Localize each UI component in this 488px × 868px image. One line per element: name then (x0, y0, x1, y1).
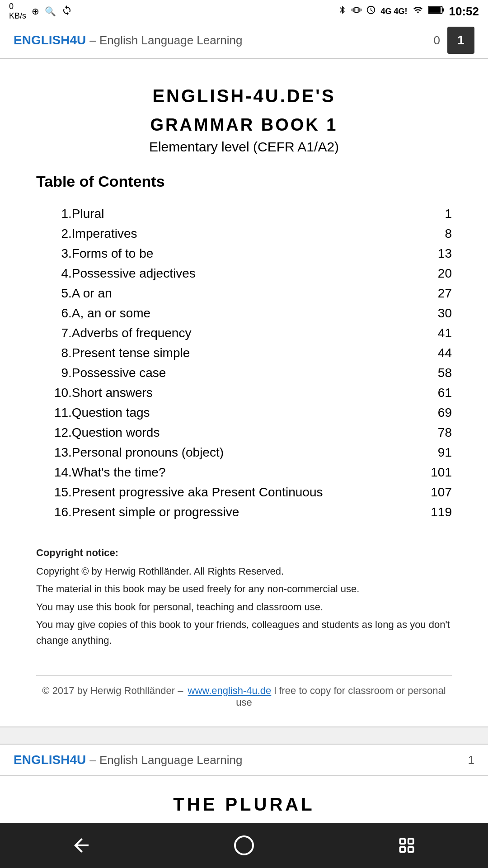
toc-item-title: Possessive case (72, 363, 404, 383)
copyright-lines: Copyright © by Herwig Rothlländer. All R… (36, 563, 452, 648)
toc-item-num: 2. (36, 224, 72, 244)
page1-content: ENGLISH-4U.DE'S GRAMMAR BOOK 1 Elementar… (0, 59, 488, 726)
status-right: 4G 4G! 10:52 (338, 4, 479, 19)
svg-point-3 (235, 836, 253, 854)
back-button[interactable] (63, 827, 99, 863)
home-button[interactable] (226, 827, 262, 863)
data-speed: 0KB/s (9, 2, 26, 21)
svg-rect-4 (400, 839, 405, 844)
toc-item-title: Forms of to be (72, 244, 404, 264)
nav2-brand: ENGLISH4U (14, 753, 86, 767)
status-bar: 0KB/s ⊕ 🔍 4G 4G! 10:52 (0, 0, 488, 23)
toc-row: 15. Present progressive aka Present Cont… (36, 482, 452, 502)
toc-item-title: Present progressive aka Present Continuo… (72, 482, 404, 502)
vibrate-icon (352, 4, 361, 19)
toc-item-num: 14. (36, 462, 72, 482)
toc-row: 9. Possessive case 58 (36, 363, 452, 383)
nav-page-count: 0 (434, 33, 440, 47)
nav2-brand-section: ENGLISH4U– English Language Learning (14, 753, 243, 767)
network-icon: 4G 4G! (380, 7, 407, 16)
toc-item-num: 13. (36, 443, 72, 462)
page-footer: © 2017 by Herwig Rothlländer – www.engli… (36, 675, 452, 708)
toc-item-title: Short answers (72, 383, 404, 403)
toc-item-page: 44 (404, 343, 452, 363)
recent-apps-button[interactable] (389, 827, 425, 863)
copyright-line: Copyright © by Herwig Rothlländer. All R… (36, 563, 452, 579)
toc-item-page: 30 (404, 303, 452, 323)
toc-item-num: 9. (36, 363, 72, 383)
page-divider (0, 726, 488, 745)
toc-item-num: 4. (36, 264, 72, 283)
toc-item-num: 5. (36, 283, 72, 303)
toc-item-title: Question tags (72, 403, 404, 423)
copyright-line: You may give copies of this book to your… (36, 617, 452, 648)
svg-rect-1 (442, 8, 444, 11)
toc-row: 1. Plural 1 (36, 204, 452, 224)
svg-rect-2 (429, 7, 440, 13)
toc-item-page: 41 (404, 323, 452, 343)
nav-bar-page2: ENGLISH4U– English Language Learning 1 (0, 745, 488, 776)
status-left: 0KB/s ⊕ 🔍 (9, 2, 72, 21)
toc-item-num: 12. (36, 423, 72, 443)
toc-item-title: Present simple or progressive (72, 502, 404, 522)
toc-row: 3. Forms of to be 13 (36, 244, 452, 264)
toc-row: 5. A or an 27 (36, 283, 452, 303)
toc-row: 12. Question words 78 (36, 423, 452, 443)
bluetooth-icon (338, 4, 347, 19)
copyright-section: Copyright notice: Copyright © by Herwig … (36, 545, 452, 648)
toc-row: 10. Short answers 61 (36, 383, 452, 403)
toc-table: 1. Plural 1 2. Imperatives 8 3. Forms of… (36, 204, 452, 522)
toc-item-page: 101 (404, 462, 452, 482)
nav-bar-page1: ENGLISH4U– English Language Learning 0 1 (0, 23, 488, 59)
toc-item-num: 16. (36, 502, 72, 522)
toc-item-title: A or an (72, 283, 404, 303)
toc-row: 6. A, an or some 30 (36, 303, 452, 323)
toc-item-page: 13 (404, 244, 452, 264)
nav-brand: ENGLISH4U (14, 33, 86, 47)
toc-item-num: 1. (36, 204, 72, 224)
toc-item-num: 8. (36, 343, 72, 363)
bottom-bar (0, 823, 488, 868)
toc-item-num: 11. (36, 403, 72, 423)
toc-row: 7. Adverbs of frequency 41 (36, 323, 452, 343)
toc-item-title: What's the time? (72, 462, 404, 482)
toc-heading: Table of Contents (36, 173, 452, 190)
nav2-page: 1 (468, 753, 474, 767)
battery-icon (428, 5, 445, 18)
toc-row: 11. Question tags 69 (36, 403, 452, 423)
toc-item-page: 91 (404, 443, 452, 462)
toc-row: 16. Present simple or progressive 119 (36, 502, 452, 522)
copyright-heading: Copyright notice: (36, 545, 452, 561)
toc-item-title: Present tense simple (72, 343, 404, 363)
toc-item-title: Imperatives (72, 224, 404, 244)
toc-item-title: Question words (72, 423, 404, 443)
toc-item-page: 1 (404, 204, 452, 224)
book-level: Elementary level (CEFR A1/A2) (36, 139, 452, 155)
book-subtitle: GRAMMAR BOOK 1 (36, 115, 452, 135)
toc-item-num: 15. (36, 482, 72, 502)
toc-row: 4. Possessive adjectives 20 (36, 264, 452, 283)
toc-item-title: Personal pronouns (object) (72, 443, 404, 462)
toc-item-title: Plural (72, 204, 404, 224)
time-display: 10:52 (449, 5, 479, 19)
signal-bars (412, 5, 424, 18)
toc-item-page: 27 (404, 283, 452, 303)
toc-item-page: 61 (404, 383, 452, 403)
toc-row: 8. Present tense simple 44 (36, 343, 452, 363)
toc-item-num: 6. (36, 303, 72, 323)
footer-link[interactable]: www.english-4u.de (188, 685, 272, 696)
nav-brand-section: ENGLISH4U– English Language Learning (14, 33, 243, 47)
location-icon: ⊕ (32, 6, 39, 17)
toc-item-page: 119 (404, 502, 452, 522)
svg-rect-5 (400, 847, 405, 852)
svg-rect-6 (408, 839, 413, 844)
toc-item-page: 107 (404, 482, 452, 502)
toc-item-page: 8 (404, 224, 452, 244)
toc-item-page: 58 (404, 363, 452, 383)
toc-item-num: 3. (36, 244, 72, 264)
copyright-line: You may use this book for personal, teac… (36, 599, 452, 615)
toc-item-page: 69 (404, 403, 452, 423)
toc-item-num: 7. (36, 323, 72, 343)
toc-item-page: 78 (404, 423, 452, 443)
nav-subtitle: – English Language Learning (89, 33, 242, 47)
